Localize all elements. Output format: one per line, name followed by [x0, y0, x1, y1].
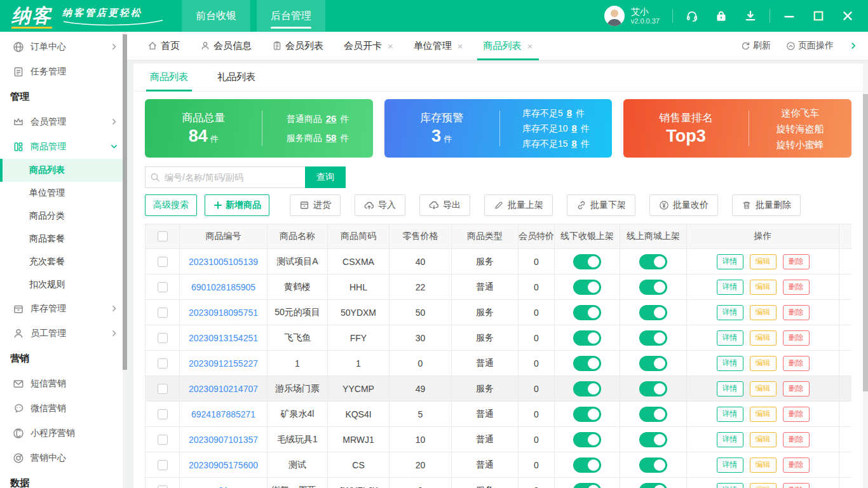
product-code-link[interactable]: 01: [219, 485, 229, 488]
close-icon[interactable]: ×: [527, 41, 533, 51]
toolbar-button-6[interactable]: 批量改价: [649, 194, 718, 216]
detail-button[interactable]: 详情: [717, 407, 743, 422]
toolbar-button-5[interactable]: 批量下架: [567, 194, 635, 216]
sidebar-item[interactable]: 微信营销: [0, 396, 127, 421]
edit-button[interactable]: 编辑: [750, 381, 776, 396]
delete-button[interactable]: 删除: [783, 305, 810, 320]
page-operations-button[interactable]: 页面操作: [786, 40, 834, 51]
maximize-button[interactable]: [812, 10, 825, 22]
close-icon[interactable]: ×: [458, 41, 463, 51]
offline-cashier-toggle[interactable]: [573, 483, 601, 488]
toolbar-button-1[interactable]: 进货: [290, 194, 341, 216]
sidebar-subitem[interactable]: 充次套餐: [0, 250, 127, 273]
row-checkbox[interactable]: [158, 435, 168, 445]
offline-cashier-toggle[interactable]: [573, 356, 601, 371]
row-checkbox[interactable]: [158, 485, 168, 488]
sidebar-item[interactable]: 短信营销: [0, 371, 127, 396]
product-code-link[interactable]: 20230905175600: [189, 460, 258, 470]
select-all-checkbox[interactable]: [158, 231, 168, 241]
sidebar-scrollbar-thumb[interactable]: [123, 34, 127, 370]
sidebar-item[interactable]: 商品管理: [0, 134, 127, 159]
workspace-tab-3[interactable]: 会员列表: [262, 32, 334, 60]
offline-cashier-toggle[interactable]: [573, 432, 601, 447]
offline-cashier-toggle[interactable]: [573, 330, 601, 346]
search-input[interactable]: [165, 172, 305, 182]
delete-button[interactable]: 删除: [783, 407, 810, 422]
edit-button[interactable]: 编辑: [750, 356, 776, 371]
delete-button[interactable]: 删除: [783, 330, 810, 346]
tab-gift-list[interactable]: 礼品列表: [214, 64, 259, 92]
user-block[interactable]: 艾小 v2.0.0.37: [604, 6, 660, 26]
sidebar-subitem[interactable]: 商品套餐: [0, 227, 127, 250]
product-code-link[interactable]: 20230913154251: [189, 333, 258, 343]
row-checkbox[interactable]: [158, 282, 168, 292]
workspace-tab-5[interactable]: 单位管理×: [403, 32, 473, 60]
sidebar-subitem[interactable]: 扣次规则: [0, 273, 127, 296]
toolbar-button-2[interactable]: 导入: [355, 194, 405, 216]
sidebar-item[interactable]: 员工管理: [0, 321, 127, 346]
content-scrollbar[interactable]: [863, 64, 868, 488]
customer-service-icon[interactable]: [686, 10, 698, 22]
advanced-search-button[interactable]: 高级搜索: [145, 194, 197, 216]
product-code-link[interactable]: 6901028185905: [191, 282, 255, 292]
workspace-tab-2[interactable]: 会员信息: [190, 32, 262, 60]
toolbar-button-7[interactable]: 批量删除: [732, 194, 801, 216]
workspace-tab-1[interactable]: 首页: [137, 32, 190, 60]
delete-button[interactable]: 删除: [783, 280, 810, 295]
edit-button[interactable]: 编辑: [750, 280, 776, 295]
chevron-right-icon[interactable]: [849, 41, 858, 50]
toolbar-button-4[interactable]: 批量上架: [484, 194, 553, 216]
offline-cashier-toggle[interactable]: [573, 254, 601, 269]
online-mall-toggle[interactable]: [639, 381, 667, 396]
row-checkbox[interactable]: [158, 257, 168, 267]
product-code-link[interactable]: 20230907101357: [189, 435, 258, 445]
workspace-tab-4[interactable]: 会员开卡×: [334, 32, 403, 60]
online-mall-toggle[interactable]: [639, 330, 667, 346]
tab-product-list[interactable]: 商品列表: [146, 64, 192, 92]
content-scrollbar-thumb[interactable]: [863, 94, 868, 391]
edit-button[interactable]: 编辑: [750, 254, 776, 269]
sidebar-item[interactable]: 任务管理: [0, 59, 127, 84]
lock-icon[interactable]: [715, 10, 728, 22]
delete-button[interactable]: 删除: [783, 356, 810, 371]
detail-button[interactable]: 详情: [717, 305, 743, 320]
offline-cashier-toggle[interactable]: [573, 381, 601, 396]
delete-button[interactable]: 删除: [783, 254, 810, 269]
row-checkbox[interactable]: [158, 308, 168, 318]
detail-button[interactable]: 详情: [717, 458, 743, 473]
backoffice-management-button[interactable]: 后台管理: [257, 0, 325, 32]
add-product-button[interactable]: 新增商品: [205, 194, 269, 216]
workspace-tab-6[interactable]: 商品列表×: [473, 32, 543, 60]
online-mall-toggle[interactable]: [639, 254, 667, 269]
offline-cashier-toggle[interactable]: [573, 280, 601, 295]
online-mall-toggle[interactable]: [639, 483, 667, 488]
product-code-link[interactable]: 6924187885271: [191, 409, 255, 419]
query-button[interactable]: 查询: [305, 166, 346, 188]
product-code-link[interactable]: 20230912155227: [189, 358, 258, 369]
sidebar-item[interactable]: 小程序营销: [0, 421, 127, 445]
edit-button[interactable]: 编辑: [750, 483, 776, 488]
detail-button[interactable]: 详情: [717, 280, 743, 295]
sidebar-subitem[interactable]: 商品列表: [0, 159, 127, 182]
offline-cashier-toggle[interactable]: [573, 458, 601, 473]
detail-button[interactable]: 详情: [717, 381, 743, 396]
close-button[interactable]: [841, 10, 854, 22]
row-checkbox[interactable]: [158, 358, 168, 369]
row-checkbox[interactable]: [158, 409, 168, 419]
detail-button[interactable]: 详情: [717, 356, 743, 371]
online-mall-toggle[interactable]: [639, 432, 667, 447]
row-checkbox[interactable]: [158, 384, 168, 394]
online-mall-toggle[interactable]: [639, 407, 667, 422]
row-checkbox[interactable]: [158, 460, 168, 470]
sidebar-subitem[interactable]: 商品分类: [0, 205, 127, 227]
product-code-link[interactable]: 20231005105139: [189, 257, 258, 267]
detail-button[interactable]: 详情: [717, 254, 743, 269]
sidebar-item[interactable]: 会员管理: [0, 109, 127, 134]
product-code-link[interactable]: 20230918095751: [189, 308, 258, 318]
download-icon[interactable]: [744, 10, 757, 22]
delete-button[interactable]: 删除: [783, 381, 810, 396]
online-mall-toggle[interactable]: [639, 458, 667, 473]
edit-button[interactable]: 编辑: [750, 305, 776, 320]
frontdesk-cashier-button[interactable]: 前台收银: [182, 0, 250, 32]
sidebar-item[interactable]: 库存管理: [0, 296, 127, 321]
